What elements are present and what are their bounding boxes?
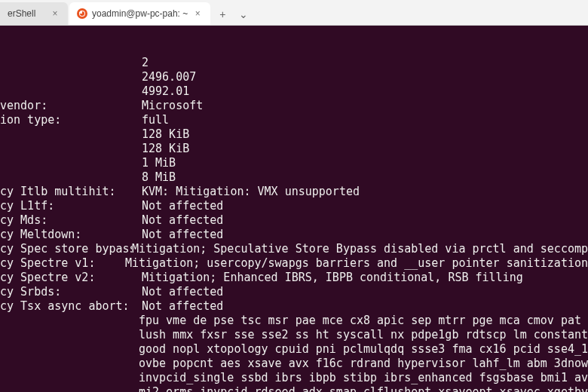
terminal-key — [0, 156, 142, 170]
terminal-line: cy Itlb multihit:KVM: Mitigation: VMX un… — [0, 185, 588, 199]
terminal-key — [0, 70, 142, 84]
terminal-key — [0, 142, 142, 156]
terminal-line: cy L1tf:Not affected — [0, 199, 588, 213]
terminal-value: Mitigation; Enhanced IBRS, IBPB conditio… — [142, 271, 523, 285]
tab-dropdown-button[interactable]: ⌄ — [233, 4, 254, 25]
terminal-value: KVM: Mitigation: VMX unsupported — [142, 185, 360, 199]
terminal-line: good nopl xtopology cpuid pni pclmulqdq … — [0, 342, 588, 357]
terminal-key: vendor: — [0, 99, 142, 113]
terminal-value: Not affected — [142, 299, 223, 314]
tab-inactive[interactable]: erShell × — [0, 2, 68, 25]
terminal-line: mi2 erms invpcid rdseed adx smap clflush… — [0, 385, 588, 392]
terminal-line: cy Srbds:Not affected — [0, 285, 588, 299]
terminal-value: 2496.007 — [142, 70, 196, 84]
terminal-viewport[interactable]: 22496.0074992.01vendor:Microsoftion type… — [0, 26, 588, 392]
terminal-key — [0, 357, 139, 371]
terminal-line: invpcid_single ssbd ibrs ibpb stibp ibrs… — [0, 371, 588, 385]
terminal-value: full — [142, 113, 169, 127]
terminal-line: 2 — [0, 56, 588, 70]
terminal-value: Not affected — [142, 228, 223, 242]
terminal-key: cy Itlb multihit: — [0, 185, 142, 199]
tab-active[interactable]: yoadmin@pw-pc-pah: ~ × — [69, 2, 210, 25]
terminal-line: cy Spec store bypass:Mitigation; Specula… — [0, 242, 588, 256]
terminal-key: cy Spec store bypass: — [0, 242, 132, 256]
terminal-key — [0, 314, 139, 328]
terminal-line: cy Tsx async abort:Not affected — [0, 299, 588, 314]
terminal-line: cy Meltdown:Not affected — [0, 228, 588, 242]
terminal-line: fpu vme de pse tsc msr pae mce cx8 apic … — [0, 314, 588, 328]
terminal-key — [0, 170, 142, 185]
terminal-key — [0, 342, 139, 357]
terminal-value: Microsoft — [142, 99, 203, 113]
terminal-key: cy Mds: — [0, 213, 142, 228]
terminal-value: good nopl xtopology cpuid pni pclmulqdq … — [139, 342, 588, 357]
terminal-value: invpcid_single ssbd ibrs ibpb stibp ibrs… — [139, 371, 588, 385]
terminal-key: cy Meltdown: — [0, 228, 142, 242]
terminal-value: Mitigation; usercopy/swapgs barriers and… — [125, 256, 588, 271]
terminal-key: cy Spectre v1: — [0, 256, 125, 271]
terminal-value: Not affected — [142, 199, 223, 213]
terminal-line: 2496.007 — [0, 70, 588, 84]
terminal-line: 128 KiB — [0, 127, 588, 142]
terminal-line: ion type:full — [0, 113, 588, 127]
terminal-key: ion type: — [0, 113, 142, 127]
terminal-line: cy Spectre v1:Mitigation; usercopy/swapg… — [0, 256, 588, 271]
ubuntu-icon — [77, 8, 87, 19]
terminal-value: 2 — [142, 56, 149, 70]
terminal-key — [0, 328, 139, 342]
terminal-key: cy Srbds: — [0, 285, 142, 299]
terminal-line: cy Mds:Not affected — [0, 213, 588, 228]
terminal-key — [0, 84, 142, 99]
terminal-value: 128 KiB — [142, 127, 189, 142]
new-tab-button[interactable]: + — [212, 4, 233, 25]
terminal-value: ovbe popcnt aes xsave avx f16c rdrand hy… — [139, 357, 588, 371]
terminal-value: mi2 erms invpcid rdseed adx smap clflush… — [139, 385, 588, 392]
terminal-value: 8 MiB — [142, 170, 176, 185]
terminal-value: fpu vme de pse tsc msr pae mce cx8 apic … — [139, 314, 588, 328]
terminal-line: 8 MiB — [0, 170, 588, 185]
terminal-line: lush mmx fxsr sse sse2 ss ht syscall nx … — [0, 328, 588, 342]
terminal-value: Mitigation; Speculative Store Bypass dis… — [132, 242, 588, 256]
tab-label: yoadmin@pw-pc-pah: ~ — [92, 8, 188, 19]
terminal-key: cy Spectre v2: — [0, 271, 142, 285]
terminal-line: cy Spectre v2:Mitigation; Enhanced IBRS,… — [0, 271, 588, 285]
terminal-value: Not affected — [142, 213, 223, 228]
terminal-value: 128 KiB — [142, 142, 189, 156]
terminal-key: cy L1tf: — [0, 199, 142, 213]
terminal-line: ovbe popcnt aes xsave avx f16c rdrand hy… — [0, 357, 588, 371]
terminal-line: vendor:Microsoft — [0, 99, 588, 113]
close-icon[interactable]: × — [192, 8, 203, 19]
close-icon[interactable]: × — [50, 8, 60, 19]
terminal-line: 128 KiB — [0, 142, 588, 156]
terminal-key — [0, 56, 142, 70]
terminal-key — [0, 385, 139, 392]
terminal-value: lush mmx fxsr sse sse2 ss ht syscall nx … — [139, 328, 588, 342]
terminal-value: 4992.01 — [142, 84, 189, 99]
terminal-value: Not affected — [142, 285, 223, 299]
terminal-value: 1 MiB — [142, 156, 176, 170]
terminal-key — [0, 371, 139, 385]
terminal-key — [0, 127, 142, 142]
tab-label: erShell — [8, 8, 45, 19]
terminal-line: 4992.01 — [0, 84, 588, 99]
terminal-line: 1 MiB — [0, 156, 588, 170]
terminal-key: cy Tsx async abort: — [0, 299, 142, 314]
tab-bar: erShell × yoadmin@pw-pc-pah: ~ × + ⌄ — [0, 0, 588, 26]
chevron-down-icon: ⌄ — [239, 8, 248, 20]
plus-icon: + — [219, 8, 225, 20]
